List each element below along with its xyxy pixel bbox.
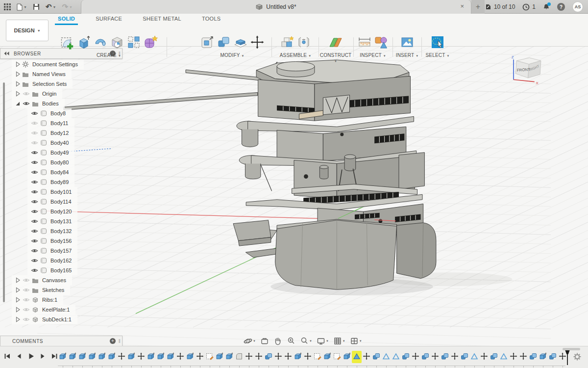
browser-item-document-settings[interactable]: Document Settings (12, 59, 84, 69)
timeline-feature-move[interactable] (273, 351, 283, 363)
browser-item-bodies[interactable]: Bodies (12, 99, 65, 108)
redo-icon[interactable]: ↷▼ (62, 2, 73, 11)
timeline-feature-extrude[interactable] (322, 351, 332, 363)
browser-item-label[interactable]: Body40 (50, 140, 69, 146)
save-icon[interactable] (33, 3, 40, 10)
timeline-feature-combine[interactable] (528, 351, 538, 363)
help-button[interactable]: ? (557, 3, 565, 11)
timeline-feature-move[interactable] (362, 351, 371, 363)
expand-arrow-icon[interactable] (14, 287, 21, 293)
timeline-feature-extrude[interactable] (185, 351, 195, 363)
timeline-feature-sketch[interactable] (313, 351, 322, 363)
visibility-eye-icon[interactable] (29, 248, 39, 254)
timeline-feature-extrude[interactable] (58, 351, 68, 363)
press-pull-icon[interactable] (200, 35, 215, 52)
browser-item-body165[interactable]: Body165 (27, 265, 77, 275)
timeline-feature-move[interactable] (254, 351, 264, 363)
timeline-feature-extrude[interactable] (77, 351, 87, 363)
timeline-feature-move[interactable] (175, 351, 185, 363)
timeline-feature-combine[interactable] (371, 351, 381, 363)
display-settings-icon[interactable]: ▼ (317, 337, 329, 345)
timeline-feature-extrude[interactable] (342, 351, 352, 363)
new-component-icon[interactable] (280, 35, 294, 52)
browser-item-body89[interactable]: Body89 (27, 177, 74, 187)
browser-item-label[interactable]: KeelPlate:1 (42, 307, 70, 313)
visibility-eye-icon[interactable] (29, 169, 39, 175)
orbit-icon[interactable]: ▼ (244, 337, 256, 345)
ribbon-tab-sheet-metal[interactable]: SHEET METAL (140, 14, 184, 25)
timeline-feature-sketch[interactable] (332, 351, 342, 363)
browser-item-body157[interactable]: Body157 (27, 246, 77, 256)
browser-item-body132[interactable]: Body132 (27, 226, 77, 236)
timeline-feature-mirror[interactable] (352, 351, 362, 363)
timeline-feature-move[interactable] (195, 351, 205, 363)
timeline-feature-extrude[interactable] (97, 351, 107, 363)
browser-item-label[interactable]: Canvases (42, 277, 66, 283)
browser-item-label[interactable]: SubDeck1:1 (42, 316, 72, 322)
timeline-feature-sketch[interactable] (205, 351, 215, 363)
undo-icon[interactable]: ↶▼ (46, 2, 56, 11)
timeline-feature-combine[interactable] (440, 351, 450, 363)
browser-item-body114[interactable]: Body114 (27, 197, 77, 207)
visibility-eye-icon[interactable] (29, 199, 39, 205)
browser-item-body11[interactable]: Body11 (27, 118, 74, 128)
timeline-feature-extrude[interactable] (224, 351, 234, 363)
grid-settings-icon[interactable]: ▼ (333, 337, 345, 345)
job-status[interactable]: 10 of 10 (485, 3, 515, 10)
timeline-feature-mirror[interactable] (391, 351, 401, 363)
timeline-feature-move[interactable] (283, 351, 293, 363)
combine-icon[interactable] (217, 35, 231, 52)
browser-item-label[interactable]: Body156 (50, 238, 72, 244)
browser-item-body156[interactable]: Body156 (27, 236, 77, 246)
form-icon[interactable] (143, 35, 158, 52)
timeline-feature-move[interactable] (303, 351, 313, 363)
ribbon-tab-solid[interactable]: SOLID (55, 14, 78, 25)
viewport-3d[interactable]: FRONT RIGHT Z X (0, 47, 588, 368)
visibility-eye-icon[interactable] (21, 101, 31, 106)
browser-item-keelplate-1[interactable]: KeelPlate:1 (12, 305, 75, 315)
ribbon-tab-tools[interactable]: TOOLS (199, 14, 224, 25)
expand-arrow-icon[interactable] (14, 81, 21, 87)
extrude-icon[interactable] (76, 35, 91, 52)
browser-item-body8[interactable]: Body8 (27, 108, 72, 118)
timeline-feature-combine[interactable] (264, 351, 273, 363)
ribbon-tab-surface[interactable]: SURFACE (93, 14, 125, 25)
timeline-feature-extrude[interactable] (215, 351, 224, 363)
timeline-settings-gear-icon[interactable] (573, 353, 581, 363)
ribbon-group-label[interactable]: INSERT ▼ (395, 53, 419, 58)
visibility-eye-icon[interactable] (29, 238, 39, 244)
browser-item-label[interactable]: Body157 (50, 248, 72, 254)
visibility-eye-icon[interactable] (29, 140, 39, 146)
recent-activity[interactable]: 1 (522, 3, 536, 11)
insert-canvas-icon[interactable] (400, 35, 415, 52)
timeline-feature-extrude[interactable] (68, 351, 77, 363)
visibility-eye-icon[interactable] (29, 218, 39, 224)
timeline-position-marker[interactable] (564, 350, 571, 368)
browser-item-label[interactable]: Body131 (50, 218, 72, 224)
browser-item-canvases[interactable]: Canvases (12, 275, 72, 285)
expand-arrow-icon[interactable] (14, 91, 21, 97)
browser-item-ribs-1[interactable]: Ribs:1 (12, 295, 63, 305)
browser-item-sketches[interactable]: Sketches (12, 285, 70, 295)
timeline-feature-combine[interactable] (460, 351, 469, 363)
browser-item-label[interactable]: Body101 (50, 189, 72, 195)
visibility-eye-icon[interactable] (29, 150, 39, 156)
split-body-icon[interactable] (233, 35, 248, 52)
browser-item-named-views[interactable]: Named Views (12, 69, 72, 79)
browser-item-label[interactable]: Document Settings (32, 61, 78, 67)
browser-item-body84[interactable]: Body84 (27, 167, 74, 177)
timeline-feature-mirror[interactable] (469, 351, 479, 363)
timeline-feature-extrude[interactable] (156, 351, 166, 363)
browser-item-label[interactable]: Ribs:1 (42, 297, 57, 303)
hole-icon[interactable] (110, 35, 124, 52)
visibility-eye-icon[interactable] (29, 267, 39, 273)
browser-item-label[interactable]: Body84 (50, 169, 69, 175)
visibility-eye-icon[interactable] (21, 277, 31, 283)
visibility-eye-icon[interactable] (21, 307, 31, 313)
panel-grip[interactable]: ‖ (119, 339, 120, 344)
expand-arrow-icon[interactable] (14, 71, 21, 77)
browser-scrollbar[interactable] (3, 82, 5, 302)
ribbon-group-label[interactable]: CONSTRUCT ▼ (319, 53, 352, 63)
app-menu-icon[interactable] (4, 3, 11, 10)
browser-item-label[interactable]: Body114 (50, 199, 72, 205)
